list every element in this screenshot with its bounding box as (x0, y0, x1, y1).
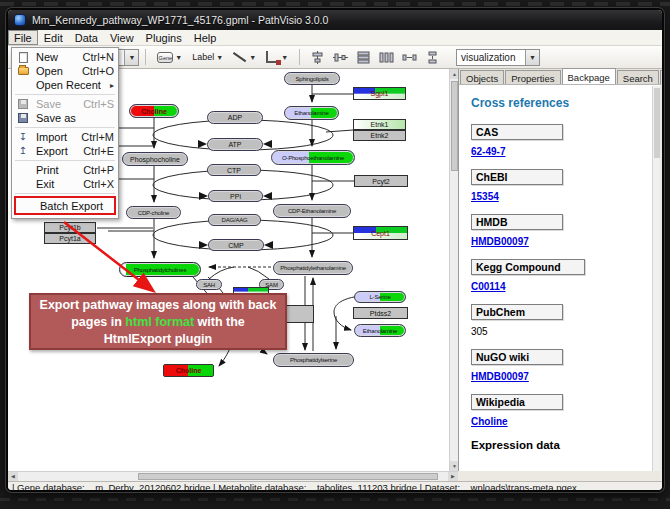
node-sphingolipids[interactable]: Sphingolipids (284, 72, 340, 85)
node-choline-selected[interactable]: Choline (163, 364, 214, 377)
menu-item-exit[interactable]: Exit Ctrl+X (12, 177, 118, 191)
node-cmp[interactable]: CMP (208, 239, 264, 251)
titlebar[interactable]: Mm_Kennedy_pathway_WP1771_45176.gpml - P… (8, 10, 662, 30)
panel-scroll-thumb[interactable] (654, 88, 660, 158)
xref-link[interactable]: 15354 (471, 191, 499, 202)
connector-tool-button[interactable]: ▼ (264, 48, 290, 66)
annotation-line2: pages in html format with the (31, 314, 285, 331)
node-cdp-ethanolamine[interactable]: CDP-Ethanolamine (273, 204, 351, 218)
node-phosphatidylethanolamine[interactable]: Phosphatidylethanolamine (273, 261, 353, 275)
tab-properties[interactable]: Properties (505, 70, 560, 84)
menu-data[interactable]: Data (69, 30, 104, 45)
menu-view[interactable]: View (104, 30, 140, 45)
xref-link[interactable]: 62-49-7 (471, 146, 505, 157)
tab-search[interactable]: Search (617, 70, 659, 84)
node-l-serine[interactable]: L-Serine (354, 291, 406, 303)
chevron-down-icon[interactable]: ▼ (281, 54, 288, 61)
menu-item-import[interactable]: ↧ Import Ctrl+M (12, 130, 118, 144)
node-choline-top[interactable]: Choline (129, 104, 179, 118)
node-ppi[interactable]: PPi (208, 190, 263, 202)
visualization-value: visualization (461, 52, 515, 63)
distribute-vertical-icon[interactable] (425, 51, 440, 64)
menu-item-open[interactable]: Open Ctrl+O (12, 64, 118, 78)
menu-item-batch-export[interactable]: Batch Export (16, 198, 114, 213)
visualization-combobox[interactable]: visualization ▼ (456, 49, 540, 66)
node-atp[interactable]: ATP (207, 138, 263, 151)
menubar: File Edit Data View Plugins Help (8, 30, 662, 46)
line-tool-button[interactable]: ▼ (231, 48, 258, 66)
align-center-horizontal-icon[interactable] (310, 51, 325, 64)
annotation-callout: Export pathway images along with back pa… (29, 293, 287, 350)
xref-link[interactable]: C00114 (471, 281, 505, 292)
window-title: Mm_Kennedy_pathway_WP1771_45176.gpml - P… (32, 14, 328, 26)
label-tool-icon: Label (192, 52, 214, 62)
node-cept1[interactable]: Cept1 (353, 226, 408, 240)
save-icon (14, 98, 32, 110)
open-folder-icon (14, 65, 32, 77)
node-ptdss2[interactable]: Ptdss2 (353, 307, 408, 319)
node-gene-partial-2[interactable] (284, 305, 314, 323)
menu-item-print[interactable]: Print Ctrl+P (12, 163, 118, 177)
menu-plugins[interactable]: Plugins (140, 30, 188, 45)
node-sgpl1[interactable]: Sgpl1 (353, 87, 406, 100)
menu-item-export[interactable]: ↥ Export Ctrl+E (12, 144, 118, 158)
menu-separator (15, 160, 115, 161)
menu-item-save-as[interactable]: Save as (12, 111, 118, 125)
xref-section-title: HMDB (471, 214, 563, 230)
align-center-vertical-icon[interactable] (333, 51, 348, 64)
chevron-down-icon[interactable]: ▼ (249, 54, 256, 61)
node-pcyt2[interactable]: Pcyt2 (354, 175, 408, 187)
menu-help[interactable]: Help (188, 30, 223, 45)
distribute-horizontal-icon[interactable] (402, 51, 417, 64)
node-o-phosphoethanolamine[interactable]: O-Phosphoethanolamine (271, 150, 355, 165)
node-ethanolamine-low[interactable]: Ethanolamine (354, 324, 406, 337)
node-etnk2[interactable]: Etnk2 (353, 130, 406, 141)
tab-legend[interactable]: Legend (660, 70, 664, 84)
export-icon: ↥ (14, 145, 32, 157)
panel-vertical-scrollbar[interactable] (652, 86, 660, 471)
node-ctp[interactable]: CTP (207, 164, 261, 176)
node-etnk1[interactable]: Etnk1 (353, 119, 406, 130)
chevron-down-icon[interactable]: ▼ (124, 50, 138, 65)
menu-item-open-recent[interactable]: Open Recent ▸ (12, 78, 118, 92)
xref-link[interactable]: HMDB00097 (471, 236, 529, 247)
menu-separator (15, 193, 115, 194)
node-dag-aag[interactable]: DAG/AAG (208, 214, 261, 226)
chevron-down-icon[interactable]: ▼ (216, 54, 223, 61)
canvas-vertical-scrollbar[interactable]: ▲ ▼ (449, 69, 458, 471)
label-tool-button[interactable]: Label ▼ (190, 48, 225, 66)
tab-backpage[interactable]: Backpage (562, 68, 616, 84)
menu-item-save[interactable]: Save Ctrl+S (12, 97, 118, 111)
chevron-down-icon[interactable]: ▼ (525, 50, 539, 65)
node-cdp-choline[interactable]: CDP-choline (126, 206, 181, 219)
tab-objects[interactable]: Objects (460, 70, 504, 84)
stack-horizontal-icon[interactable] (356, 51, 371, 64)
node-phosphocholine[interactable]: Phosphocholine (122, 152, 188, 166)
node-pcyt1a[interactable]: Pcyt1a (44, 233, 96, 244)
node-sah[interactable]: SAH (196, 279, 222, 290)
stack-vertical-icon[interactable] (379, 51, 394, 64)
canvas-horizontal-scrollbar[interactable]: ◀ ▶ (8, 471, 458, 481)
scroll-right-icon[interactable]: ▶ (448, 472, 458, 481)
annotation-line1: Export pathway images along with back (31, 297, 285, 314)
app-icon (14, 14, 26, 26)
node-pcyt1b[interactable]: Pcyt1b (44, 222, 96, 233)
menu-item-new[interactable]: New Ctrl+N (12, 50, 118, 64)
vertical-scroll-thumb[interactable] (451, 81, 458, 171)
menu-edit[interactable]: Edit (38, 30, 69, 45)
xref-link[interactable]: HMDB00097 (471, 371, 529, 382)
scroll-left-icon[interactable]: ◀ (8, 472, 18, 481)
chevron-down-icon[interactable]: ▼ (175, 54, 182, 61)
gene-datanode-icon: Gene (157, 52, 173, 63)
annotation-highlight: html format (125, 315, 194, 329)
horizontal-scroll-thumb[interactable] (138, 473, 438, 480)
batch-export-highlight-box: Batch Export (14, 196, 116, 215)
node-phosphatidylcholines[interactable]: Phosphatidylcholines (119, 262, 201, 277)
xref-link[interactable]: Choline (471, 416, 508, 427)
node-phosphatidylserine[interactable]: Phosphatidylserine (273, 353, 354, 367)
menu-file[interactable]: File (8, 30, 38, 45)
menu-separator (15, 127, 115, 128)
gene-datanode-button[interactable]: Gene ▼ (155, 48, 184, 66)
node-ethanolamine-top[interactable]: Ethanolamine (284, 106, 339, 120)
node-adp[interactable]: ADP (207, 111, 263, 124)
